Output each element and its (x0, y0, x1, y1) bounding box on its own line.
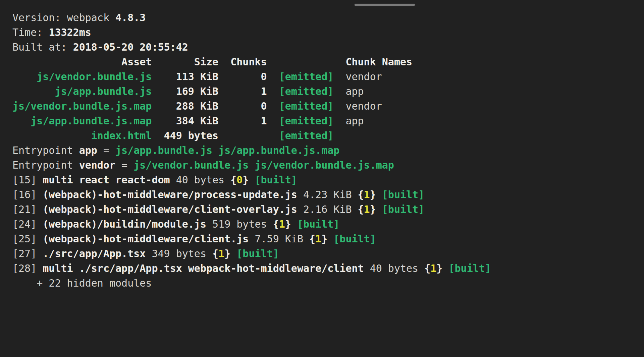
terminal-text-segment: vendor (79, 159, 115, 171)
terminal-text-segment: multi react react-dom (43, 174, 170, 186)
terminal-text-segment: { (358, 203, 364, 215)
terminal-text-segment: Entrypoint (12, 159, 79, 171)
terminal-text-segment: Built at: (12, 41, 73, 53)
terminal-text-segment (152, 130, 164, 141)
terminal-text-segment: app (345, 85, 364, 97)
terminal-text-segment: Version: webpack (12, 12, 115, 23)
terminal-text-segment (12, 130, 91, 141)
terminal-text-segment: [built] (297, 218, 339, 230)
terminal-text-segment: } (370, 203, 376, 215)
terminal-text-segment (267, 115, 279, 127)
asset-row-app-map: js/app.bundle.js.map 384 KiB 1 [emitted]… (12, 114, 491, 128)
terminal-text-segment: (webpack)/buildin/module.js (43, 218, 206, 230)
terminal-text-segment: } (370, 189, 376, 200)
terminal-text-segment: [24] (12, 218, 43, 230)
terminal-text-segment: 169 KiB (176, 85, 218, 97)
terminal-text-segment (333, 85, 345, 97)
terminal-text-segment: 1 (218, 85, 267, 97)
hidden-modules-line: + 22 hidden modules (12, 276, 491, 291)
terminal-text-segment: js/app.bundle.js.map (31, 115, 152, 127)
terminal-text-segment: 1 (279, 218, 285, 230)
terminal-text-segment: 288 KiB (176, 100, 218, 112)
terminal-text-segment: = (97, 144, 115, 156)
terminal-text-segment (333, 115, 345, 127)
terminal-text-segment: 13322ms (49, 26, 91, 38)
terminal-text-segment: vendor (345, 100, 382, 112)
terminal-text-segment: { (212, 248, 218, 259)
terminal-text-segment: [15] (12, 174, 43, 186)
terminal-text-segment (249, 174, 255, 186)
time-line: Time: 13322ms (12, 25, 491, 40)
terminal-text-segment: 0 (218, 71, 267, 82)
terminal-text-segment: } (243, 174, 249, 186)
terminal-text-segment: [28] (12, 262, 43, 274)
terminal-text-segment (442, 262, 448, 274)
terminal-text-segment: { (230, 174, 236, 186)
terminal-text-segment: app (79, 144, 97, 156)
terminal-text-segment: { (273, 218, 279, 230)
terminal-text-segment (376, 203, 382, 215)
terminal-text-segment: { (309, 233, 315, 245)
terminal-text-segment (267, 71, 279, 82)
terminal-text-segment: multi ./src/app/App.tsx webpack-hot-midd… (43, 262, 364, 274)
terminal-text-segment: 1 (430, 262, 436, 274)
terminal-text-segment: 0 (236, 174, 243, 186)
terminal-text-segment: (webpack)-hot-middleware/client-overlay.… (43, 203, 297, 215)
terminal-text-segment: 449 bytes (164, 130, 219, 141)
terminal-text-segment (12, 85, 55, 97)
terminal-text-segment (12, 71, 37, 82)
terminal-text-segment: [27] (12, 248, 43, 259)
terminal-text-segment: [built] (382, 203, 424, 215)
entrypoint-vendor-line: Entrypoint vendor = js/vendor.bundle.js … (12, 158, 491, 173)
terminal-text-segment: js/vendor.bundle.js js/vendor.bundle.js.… (133, 159, 394, 171)
terminal-text-segment: 40 bytes (170, 174, 231, 186)
pane-resize-handle[interactable] (355, 4, 415, 6)
module-line-28: [28] multi ./src/app/App.tsx webpack-hot… (12, 261, 491, 276)
terminal-text-segment: [built] (333, 233, 376, 245)
terminal-text-segment (152, 100, 176, 112)
terminal-text-segment: js/app.bundle.js (55, 85, 152, 97)
terminal-text-segment: [built] (236, 248, 279, 259)
terminal-text-segment: 4.8.3 (115, 12, 146, 23)
asset-row-index-html: index.html 449 bytes [emitted] (12, 128, 491, 143)
terminal-text-segment: } (285, 218, 291, 230)
module-line-27: [27] ./src/app/App.tsx 349 bytes {1} [bu… (12, 246, 491, 261)
terminal-text-segment: } (224, 248, 230, 259)
terminal-text-segment (152, 71, 176, 82)
terminal-text-segment: [16] (12, 189, 43, 200)
terminal-text-segment: 113 KiB (176, 71, 218, 82)
terminal-text-segment: { (358, 189, 364, 200)
terminal-text-segment: js/vendor.bundle.js (37, 71, 152, 82)
terminal-text-segment: { (424, 262, 430, 274)
terminal-text-segment: index.html (91, 130, 152, 141)
terminal-text-segment: app (345, 115, 364, 127)
terminal-text-segment: [built] (255, 174, 297, 186)
module-line-16: [16] (webpack)-hot-middleware/process-up… (12, 187, 491, 202)
terminal-text-segment: Asset Size Chunks Chunk Names (12, 56, 412, 68)
terminal-text-segment (327, 233, 333, 245)
terminal-text-segment (152, 115, 176, 127)
terminal-text-segment: [emitted] (279, 115, 334, 127)
terminal-text-segment (267, 85, 279, 97)
terminal-text-segment (152, 85, 176, 97)
terminal-text-segment (230, 248, 236, 259)
version-line: Version: webpack 4.8.3 (12, 10, 491, 25)
terminal-text-segment: 4.23 KiB (297, 189, 358, 200)
terminal-text-segment: 2.16 KiB (297, 203, 358, 215)
terminal-text-segment: = (115, 159, 133, 171)
asset-row-app-bundle: js/app.bundle.js 169 KiB 1 [emitted] app (12, 84, 491, 99)
terminal-text-segment: [built] (448, 262, 491, 274)
terminal-text-segment: 0 (218, 100, 267, 112)
terminal-text-segment: 384 KiB (176, 115, 218, 127)
terminal-text-segment (291, 218, 297, 230)
asset-table-header: Asset Size Chunks Chunk Names (12, 55, 491, 69)
terminal-text-segment: vendor (345, 71, 382, 82)
terminal-text-segment: + 22 hidden modules (12, 277, 152, 289)
terminal-text-segment: [21] (12, 203, 43, 215)
terminal-text-segment: [built] (382, 189, 424, 200)
terminal-text-segment (333, 100, 345, 112)
module-line-15: [15] multi react react-dom 40 bytes {0} … (12, 173, 491, 187)
terminal-text-segment: } (321, 233, 327, 245)
terminal-text-segment: [emitted] (279, 71, 334, 82)
terminal-text-segment: 519 bytes (206, 218, 273, 230)
